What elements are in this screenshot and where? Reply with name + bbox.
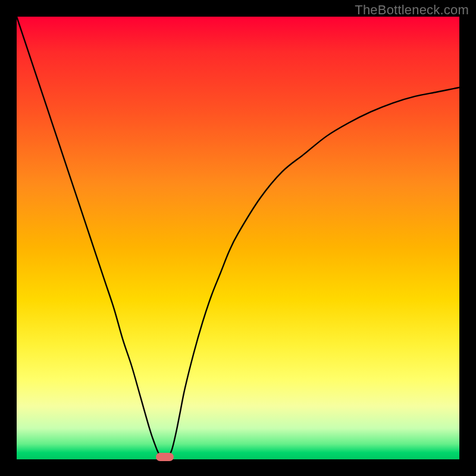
plot-area: [17, 17, 459, 459]
optimum-marker: [156, 453, 174, 461]
chart-frame: TheBottleneck.com: [0, 0, 476, 476]
curve-layer: [17, 17, 459, 459]
watermark-text: TheBottleneck.com: [355, 2, 469, 18]
bottleneck-curve: [17, 17, 459, 458]
